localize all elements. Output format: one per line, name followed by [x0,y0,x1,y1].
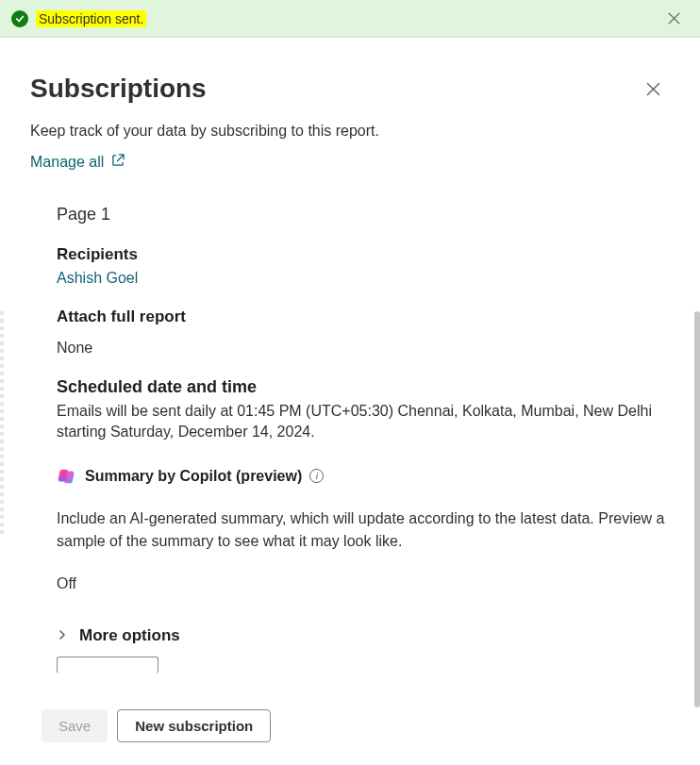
panel-close-button[interactable] [636,72,670,106]
panel-title: Subscriptions [30,74,207,104]
truncated-control[interactable] [57,657,158,674]
external-link-icon [111,153,125,171]
recipients-label: Recipients [57,245,670,264]
copilot-description: Include an AI-generated summary, which w… [57,507,670,553]
page-label: Page 1 [57,205,670,225]
manage-all-label: Manage all [30,154,104,171]
attach-label: Attach full report [57,308,670,326]
footer: Save New subscription [30,698,670,765]
schedule-label: Scheduled date and time [57,377,670,397]
more-options-toggle[interactable]: More options [57,626,670,645]
info-icon[interactable]: i [309,469,324,483]
schedule-text: Emails will be sent daily at 01:45 PM (U… [57,401,670,443]
copilot-value: Off [57,575,670,592]
manage-all-link[interactable]: Manage all [30,153,670,171]
copilot-icon [57,466,77,487]
notification-bar: Subscription sent. [0,0,700,38]
notification-close-button[interactable] [658,4,689,34]
notification-text: Subscription sent. [36,10,146,27]
more-options-label: More options [79,626,180,645]
chevron-right-icon [57,627,68,644]
left-edge-artifact [0,308,4,534]
recipient-link[interactable]: Ashish Goel [57,270,670,287]
save-button[interactable]: Save [42,709,108,742]
attach-value: None [57,340,670,357]
success-check-icon [11,10,28,27]
new-subscription-button[interactable]: New subscription [117,709,271,742]
copilot-label: Summary by Copilot (preview) [85,468,302,485]
panel-subtitle: Keep track of your data by subscribing t… [30,123,670,140]
scrollbar-thumb[interactable] [694,311,700,707]
